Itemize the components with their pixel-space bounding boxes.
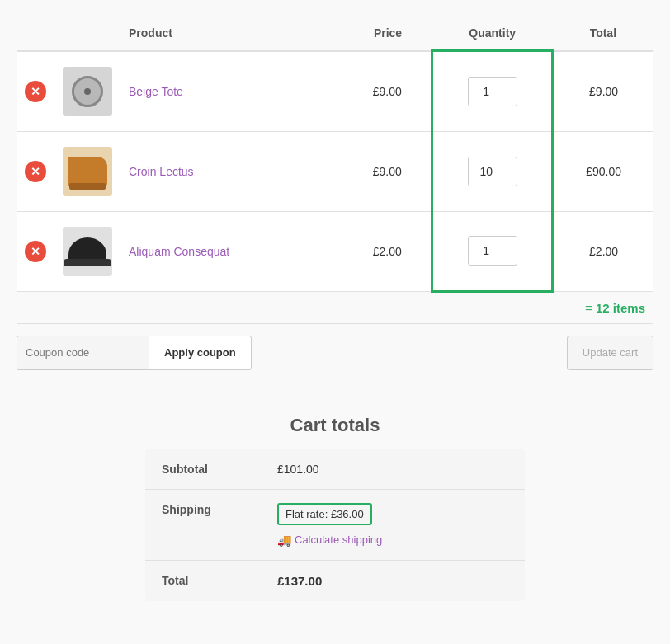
price-cell: £9.00: [343, 131, 432, 211]
product-thumbnail: [63, 147, 112, 196]
product-name-link[interactable]: Aliquam Consequat: [129, 245, 229, 258]
thumb-cell: [54, 211, 120, 291]
calculate-shipping-label: Calculate shipping: [295, 534, 382, 546]
thumb-cell: [54, 51, 120, 132]
product-name-cell: Croin Lectus: [120, 131, 343, 211]
coupon-input[interactable]: [17, 336, 149, 370]
total-cell: £90.00: [553, 131, 653, 211]
remove-button[interactable]: ✕: [25, 81, 46, 102]
calculate-shipping-link[interactable]: 🚚 Calculate shipping: [277, 534, 508, 547]
page-wrapper: Product Price Quantity Total ✕ Beige Tot…: [0, 0, 670, 618]
shipping-label: Shipping: [145, 489, 261, 560]
product-name-link[interactable]: Beige Tote: [129, 85, 183, 98]
col-header-product: Product: [120, 16, 343, 51]
coupon-left: Apply coupon: [17, 336, 252, 370]
qty-cell: [432, 131, 553, 211]
items-count-row: = 12 items: [17, 291, 653, 323]
subtotal-value: £101.00: [261, 449, 525, 490]
remove-cell: ✕: [17, 131, 54, 211]
remove-icon: ✕: [25, 241, 46, 262]
price-cell: £9.00: [343, 51, 432, 132]
col-header-total: Total: [553, 16, 653, 51]
truck-icon: 🚚: [277, 534, 291, 547]
total-value: £137.00: [261, 560, 525, 601]
remove-cell: ✕: [17, 51, 54, 132]
subtotal-row: Subtotal £101.00: [145, 449, 525, 490]
col-header-price: Price: [343, 16, 432, 51]
cart-row: ✕ Beige Tote £9.00 £9.00: [17, 51, 653, 132]
cart-row: ✕ Aliquam Consequat £2.00 £2.00: [17, 211, 653, 291]
items-count-text: = 12 items: [585, 301, 645, 315]
price-cell: £2.00: [343, 211, 432, 291]
update-cart-button[interactable]: Update cart: [567, 336, 653, 370]
product-name-cell: Aliquam Consequat: [120, 211, 343, 291]
totals-table: Subtotal £101.00 Shipping Flat rate: £36…: [145, 449, 525, 601]
remove-button[interactable]: ✕: [25, 161, 46, 182]
shipping-row: Shipping Flat rate: £36.00 🚚 Calculate s…: [145, 489, 525, 560]
col-header-remove: [17, 16, 54, 51]
remove-icon: ✕: [25, 81, 46, 102]
coupon-row: Apply coupon Update cart: [17, 323, 653, 382]
total-cell: £2.00: [553, 211, 653, 291]
total-row: Total £137.00: [145, 560, 525, 601]
cart-table: Product Price Quantity Total ✕ Beige Tot…: [17, 16, 653, 323]
col-header-thumb: [54, 16, 120, 51]
remove-icon: ✕: [25, 161, 46, 182]
apply-coupon-button[interactable]: Apply coupon: [149, 336, 252, 370]
cart-totals-section: Cart totals Subtotal £101.00 Shipping Fl…: [145, 415, 525, 601]
qty-input[interactable]: [468, 77, 517, 106]
product-thumbnail: [63, 227, 112, 276]
cart-totals-title: Cart totals: [145, 415, 525, 436]
qty-cell: [432, 211, 553, 291]
cart-row: ✕ Croin Lectus £9.00 £90.00: [17, 131, 653, 211]
remove-button[interactable]: ✕: [25, 241, 46, 262]
product-name-link[interactable]: Croin Lectus: [129, 165, 194, 178]
eq-sign: =: [585, 301, 592, 315]
qty-input[interactable]: [468, 157, 517, 186]
items-count-value: 12 items: [596, 301, 645, 315]
product-name-cell: Beige Tote: [120, 51, 343, 132]
total-label: Total: [145, 560, 261, 601]
total-cell: £9.00: [553, 51, 653, 132]
product-thumbnail: [63, 67, 112, 116]
qty-cell: [432, 51, 553, 132]
qty-input[interactable]: [468, 236, 517, 266]
subtotal-label: Subtotal: [145, 449, 261, 490]
shipping-rate-box: Flat rate: £36.00: [277, 503, 372, 525]
shipping-value: Flat rate: £36.00 🚚 Calculate shipping: [261, 489, 525, 560]
remove-cell: ✕: [17, 211, 54, 291]
col-header-quantity: Quantity: [432, 16, 553, 51]
thumb-cell: [54, 131, 120, 211]
